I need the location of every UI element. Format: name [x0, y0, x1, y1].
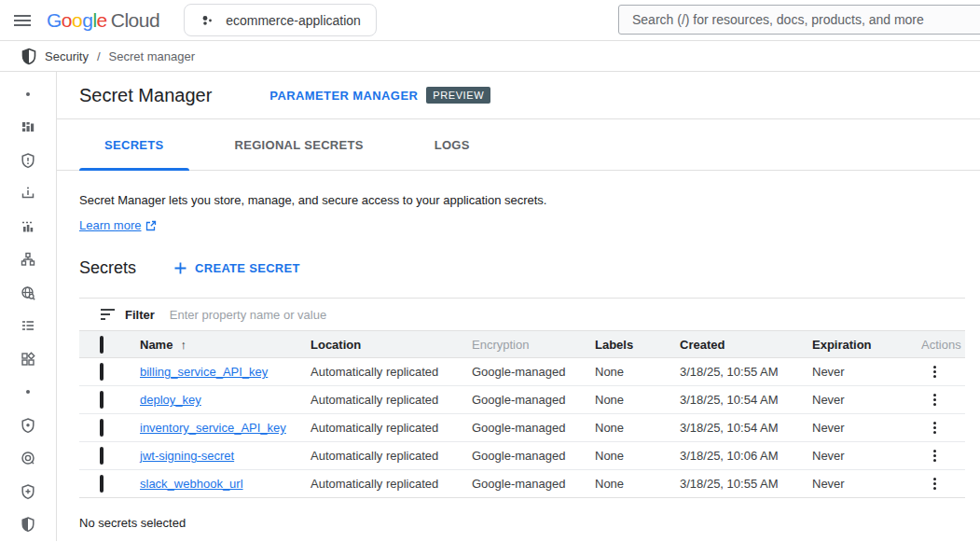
filter-input[interactable]: [170, 308, 965, 322]
page-title: Secret Manager: [79, 85, 212, 106]
sort-ascending-icon: ↑: [180, 338, 186, 352]
cell-created: 3/18/25, 10:06 AM: [680, 449, 812, 463]
filter-label: Filter: [125, 308, 155, 322]
external-link-icon: [145, 220, 157, 231]
menu-icon[interactable]: [0, 0, 35, 41]
cell-created: 3/18/25, 10:54 AM: [680, 421, 812, 435]
project-selector[interactable]: ecommerce-application: [184, 4, 377, 36]
column-header-location[interactable]: Location: [311, 338, 472, 352]
cell-location: Automatically replicated: [311, 449, 472, 463]
row-actions-menu-icon[interactable]: [923, 390, 945, 410]
table-row: deploy_key Automatically replicated Goog…: [79, 386, 965, 414]
cell-encryption: Google-managed: [472, 365, 595, 379]
breadcrumb: Security / Secret manager: [0, 41, 980, 72]
row-checkbox[interactable]: [100, 419, 104, 437]
cell-created: 3/18/25, 10:55 AM: [680, 365, 812, 379]
table-row: billing_service_API_key Automatically re…: [79, 358, 965, 386]
table-header-row: Name↑ Location Encryption Labels Created…: [79, 330, 965, 358]
secret-name-link[interactable]: billing_service_API_key: [140, 365, 268, 379]
column-header-created[interactable]: Created: [680, 338, 812, 352]
cell-encryption: Google-managed: [472, 421, 595, 435]
preview-badge: PREVIEW: [426, 87, 490, 104]
cell-expiration: Never: [812, 421, 921, 435]
selection-status: No secrets selected: [57, 516, 980, 530]
column-header-encryption: Encryption: [472, 338, 595, 352]
cell-labels: None: [595, 449, 680, 463]
cell-encryption: Google-managed: [472, 449, 595, 463]
table-row: jwt-signing-secret Automatically replica…: [79, 442, 965, 470]
secret-name-link[interactable]: inventory_service_API_key: [140, 421, 286, 435]
secret-name-link[interactable]: slack_webhook_url: [140, 477, 243, 491]
cell-labels: None: [595, 477, 680, 491]
shield-alert-icon[interactable]: [11, 144, 45, 177]
secret-name-link[interactable]: jwt-signing-secret: [140, 449, 234, 463]
plus-icon: [173, 261, 187, 275]
project-icon: [200, 12, 216, 29]
cell-location: Automatically replicated: [311, 477, 472, 491]
learn-more-link[interactable]: Learn more: [79, 216, 157, 235]
google-cloud-logo: Google Cloud: [47, 9, 159, 32]
cell-created: 3/18/25, 10:54 AM: [680, 393, 812, 407]
cell-encryption: Google-managed: [472, 477, 595, 491]
secrets-table: Filter Name↑ Location Encryption Labels …: [79, 298, 965, 498]
cell-expiration: Never: [812, 365, 921, 379]
tab-regional-secrets[interactable]: REGIONAL SECRETS: [210, 119, 389, 170]
cell-labels: None: [595, 421, 680, 435]
cell-encryption: Google-managed: [472, 393, 595, 407]
description-text: Secret Manager lets you store, manage, a…: [79, 191, 958, 210]
cell-labels: None: [595, 365, 680, 379]
row-actions-menu-icon[interactable]: [923, 474, 945, 493]
page-header: Secret Manager PARAMETER MANAGER PREVIEW: [57, 72, 980, 119]
column-header-expiration[interactable]: Expiration: [812, 338, 921, 352]
cloud-wordmark: Cloud: [111, 9, 159, 32]
shield-plus-icon[interactable]: [11, 475, 45, 508]
web-scanner-icon[interactable]: [11, 276, 45, 310]
row-actions-menu-icon[interactable]: [923, 362, 945, 382]
tab-secrets[interactable]: SECRETS: [79, 119, 189, 170]
google-wordmark: Google: [47, 9, 107, 32]
breadcrumb-security[interactable]: Security: [45, 49, 89, 63]
notification-dot-icon[interactable]: [11, 376, 45, 410]
cell-expiration: Never: [812, 393, 921, 407]
search-input[interactable]: [618, 5, 980, 35]
secrets-section-header: Secrets CREATE SECRET: [57, 258, 980, 278]
tab-logs[interactable]: LOGS: [409, 119, 495, 170]
secret-name-link[interactable]: deploy_key: [140, 393, 201, 407]
row-checkbox[interactable]: [100, 447, 104, 465]
parameter-manager-link[interactable]: PARAMETER MANAGER: [269, 89, 418, 103]
network-topology-icon[interactable]: [11, 243, 45, 277]
create-secret-button[interactable]: CREATE SECRET: [173, 261, 300, 275]
shield-check-icon[interactable]: [11, 409, 45, 442]
secrets-heading: Secrets: [79, 258, 136, 278]
column-header-labels[interactable]: Labels: [595, 338, 680, 352]
table-row: slack_webhook_url Automatically replicat…: [79, 470, 965, 498]
bar-chart-icon[interactable]: [11, 210, 45, 243]
cell-location: Automatically replicated: [311, 421, 472, 435]
workloads-icon[interactable]: [11, 342, 45, 376]
row-checkbox[interactable]: [100, 363, 104, 381]
dashboard-icon[interactable]: [11, 111, 45, 145]
description-block: Secret Manager lets you store, manage, a…: [57, 171, 980, 235]
left-navigation-rail: [0, 72, 57, 541]
main-content: Secret Manager PARAMETER MANAGER PREVIEW…: [57, 72, 980, 541]
cell-labels: None: [595, 393, 680, 407]
notification-dot-icon[interactable]: [11, 77, 45, 111]
project-name: ecommerce-application: [226, 13, 361, 28]
filter-icon: [100, 308, 116, 321]
tray-alert-icon[interactable]: [11, 177, 45, 211]
column-header-name[interactable]: Name↑: [140, 338, 311, 352]
security-shield-icon: [21, 48, 37, 65]
list-icon[interactable]: [11, 310, 45, 343]
row-actions-menu-icon[interactable]: [923, 418, 945, 438]
row-checkbox[interactable]: [100, 475, 104, 493]
cell-location: Automatically replicated: [311, 393, 472, 407]
breadcrumb-page: Secret manager: [109, 49, 196, 63]
select-all-checkbox[interactable]: [100, 336, 104, 354]
row-checkbox[interactable]: [100, 391, 104, 409]
compliance-icon[interactable]: [11, 442, 45, 476]
row-actions-menu-icon[interactable]: [923, 446, 945, 466]
cell-location: Automatically replicated: [311, 365, 472, 379]
breadcrumb-separator: /: [97, 49, 101, 63]
security-shield-icon[interactable]: [11, 508, 45, 542]
global-search: [618, 5, 980, 35]
